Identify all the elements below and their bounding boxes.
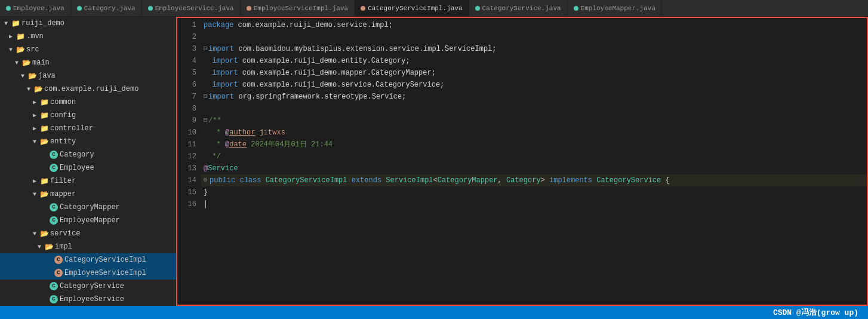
com-arrow: ▼: [25, 86, 32, 93]
entity-folder-icon: 📂: [40, 137, 48, 146]
watermark: CSDN @冯浩(grow up): [773, 307, 858, 318]
sidebar-item-common[interactable]: ▶ 📁 common: [0, 96, 176, 109]
code-line-4: import com.example.ruiji_demo.entity.Cat…: [201, 55, 867, 67]
code-line-14: ⚙ public class CategoryServiceImpl exten…: [201, 174, 867, 186]
employeemapper-icon: C: [50, 216, 58, 225]
sidebar-item-categoryservice[interactable]: C CategoryService: [0, 280, 176, 293]
categoryservice-icon: C: [50, 282, 58, 290]
categorymapper-icon: C: [50, 203, 58, 211]
sidebar-item-category-entity[interactable]: C Category: [0, 148, 176, 161]
tab-categoryserviceimpl-java[interactable]: CategoryServiceImpl.java: [355, 0, 469, 16]
java-folder-icon: 📂: [28, 72, 36, 80]
sidebar-item-controller[interactable]: ▶ 📁 controller: [0, 122, 176, 135]
config-arrow: ▶: [31, 112, 38, 119]
bottom-bar: CSDN @冯浩(grow up): [0, 306, 868, 319]
line-numbers: 1 2 3 4 5 6 7 8 9 10 11 12 13 14 15 16: [177, 18, 201, 305]
impl-folder-icon: 📂: [45, 243, 53, 251]
src-arrow: ▼: [7, 47, 14, 53]
code-line-6: import com.example.ruiji_demo.service.Ca…: [201, 79, 867, 91]
code-line-13: @Service: [201, 162, 867, 174]
tab-employeemapper-java[interactable]: EmployeeMapper.java: [568, 0, 662, 16]
impl-arrow: ▼: [36, 244, 43, 250]
code-line-7: ⊟import org.springframework.stereotype.S…: [201, 91, 867, 103]
filter-folder-icon: 📁: [40, 177, 48, 185]
tab-category-java[interactable]: Category.java: [71, 0, 142, 16]
code-line-5: import com.example.ruiji_demo.mapper.Cat…: [201, 67, 867, 79]
sidebar-item-config[interactable]: ▶ 📁 config: [0, 109, 176, 122]
sidebar-item-mapper[interactable]: ▼ 📂 mapper: [0, 188, 176, 201]
src-folder-icon: 📂: [16, 45, 24, 54]
tab-employeeserviceimpl-java[interactable]: EmployeeServiceImpl.java: [241, 0, 355, 16]
sidebar-root[interactable]: ▼ 📁 ruiji_demo: [0, 17, 176, 30]
sidebar-item-entity[interactable]: ▼ 📂 entity: [0, 135, 176, 148]
com-folder-icon: 📂: [34, 85, 42, 93]
common-arrow: ▶: [31, 99, 38, 106]
mapper-arrow: ▼: [31, 191, 38, 198]
code-line-15: }: [201, 186, 867, 198]
main-folder-icon: 📂: [22, 59, 30, 67]
code-line-3: ⊟import com.baomidou.mybatisplus.extensi…: [201, 43, 867, 55]
sidebar-item-employeeservice[interactable]: C EmployeeService: [0, 293, 176, 306]
code-line-2: [201, 31, 867, 43]
code-body[interactable]: package com.example.ruiji_demo.service.i…: [201, 18, 867, 305]
sidebar-item-filter[interactable]: ▶ 📁 filter: [0, 174, 176, 188]
config-folder-icon: 📁: [40, 111, 48, 119]
sidebar: ▼ 📁 ruiji_demo ▶ 📁 .mvn ▼ 📂 src ▼ 📂 main…: [0, 17, 176, 306]
sidebar-item-main[interactable]: ▼ 📂 main: [0, 56, 176, 69]
sidebar-item-src[interactable]: ▼ 📂 src: [0, 43, 176, 56]
java-arrow: ▼: [19, 73, 26, 79]
sidebar-item-impl[interactable]: ▼ 📂 impl: [0, 240, 176, 253]
entity-arrow: ▼: [31, 139, 38, 145]
root-folder-icon: 📁: [11, 19, 20, 27]
sidebar-item-employee-entity[interactable]: C Employee: [0, 161, 176, 174]
code-line-16: │: [201, 198, 867, 210]
sidebar-item-categoryserviceimpl[interactable]: C CategoryServiceImpl: [0, 253, 176, 266]
controller-folder-icon: 📁: [40, 124, 48, 133]
sidebar-item-com-example[interactable]: ▼ 📂 com.example.ruiji_demo: [0, 82, 176, 96]
code-line-10: * @author jitwxs: [201, 127, 867, 139]
root-arrow: ▼: [2, 20, 10, 27]
code-line-9: ⊟/**: [201, 115, 867, 127]
code-line-8: [201, 103, 867, 115]
tab-bar: Employee.java Category.java EmployeeServ…: [0, 0, 868, 17]
sidebar-item-mvn[interactable]: ▶ 📁 .mvn: [0, 30, 176, 43]
employee-entity-icon: C: [50, 164, 58, 172]
categoryserviceimpl-icon: C: [54, 256, 63, 264]
code-line-1: package com.example.ruiji_demo.service.i…: [201, 19, 867, 31]
code-line-11: * @date 2024年04月01日 21:44: [201, 139, 867, 151]
sidebar-item-service[interactable]: ▼ 📂 service: [0, 227, 176, 240]
main-layout: ▼ 📁 ruiji_demo ▶ 📁 .mvn ▼ 📂 src ▼ 📂 main…: [0, 17, 868, 306]
main-arrow: ▼: [13, 60, 20, 66]
controller-arrow: ▶: [31, 125, 38, 132]
category-entity-icon: C: [50, 151, 58, 159]
common-folder-icon: 📁: [40, 98, 48, 106]
mapper-folder-icon: 📂: [40, 190, 48, 198]
service-arrow: ▼: [31, 231, 38, 237]
employeeservice-icon: C: [50, 295, 58, 303]
sidebar-item-employeeserviceimpl[interactable]: C EmployeeServiceImpl: [0, 266, 176, 280]
mvn-arrow: ▶: [7, 33, 14, 40]
code-line-12: */: [201, 151, 867, 162]
sidebar-item-categorymapper[interactable]: C CategoryMapper: [0, 201, 176, 214]
employeeserviceimpl-icon: C: [54, 269, 63, 277]
tab-employee-java[interactable]: Employee.java: [0, 0, 71, 16]
mvn-folder-icon: 📁: [16, 32, 24, 41]
service-folder-icon: 📂: [40, 229, 48, 238]
filter-arrow: ▶: [31, 177, 38, 185]
tab-employeeservice-java[interactable]: EmployeeService.java: [142, 0, 241, 16]
sidebar-item-java[interactable]: ▼ 📂 java: [0, 69, 176, 82]
tab-categoryservice-java[interactable]: CategoryService.java: [469, 0, 568, 16]
code-editor: 1 2 3 4 5 6 7 8 9 10 11 12 13 14 15 16: [176, 17, 868, 306]
code-content: 1 2 3 4 5 6 7 8 9 10 11 12 13 14 15 16: [177, 18, 867, 305]
sidebar-item-employeemapper[interactable]: C EmployeeMapper: [0, 214, 176, 227]
